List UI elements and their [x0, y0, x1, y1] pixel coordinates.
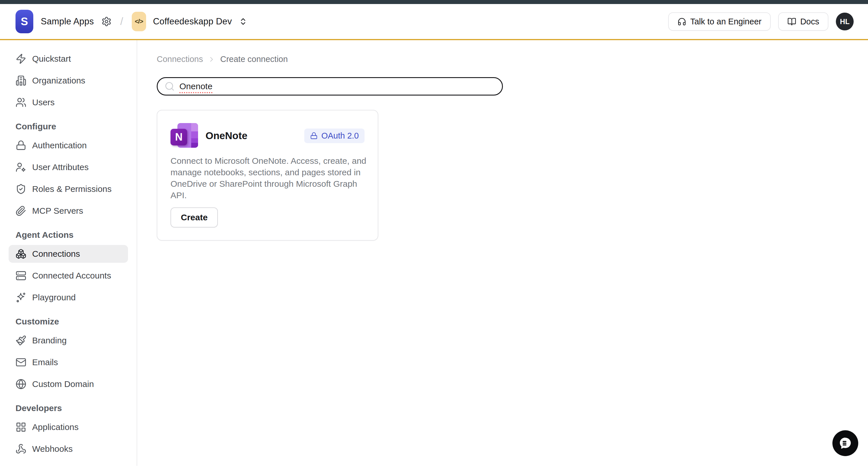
sidebar-item-emails[interactable]: Emails [9, 354, 128, 371]
sidebar-section-agent-actions: Agent Actions [16, 230, 128, 240]
environment-name: Coffeedeskapp Dev [153, 16, 232, 27]
shield-check-icon [16, 184, 26, 195]
path-divider: / [119, 15, 124, 28]
card-title: OneNote [206, 130, 247, 141]
lock-icon [310, 132, 318, 140]
sidebar-item-roles-permissions[interactable]: Roles & Permissions [9, 180, 128, 198]
sidebar-item-users[interactable]: Users [9, 94, 128, 111]
main-content: Connections Create connection Onenote N … [137, 40, 868, 466]
mail-icon [16, 357, 26, 368]
environment-selector[interactable]: </> Coffeedeskapp Dev [132, 12, 247, 31]
boxes-icon [16, 248, 26, 259]
card-description: Connect to Microsoft OneNote. Access, cr… [170, 155, 366, 201]
building-icon [16, 75, 26, 86]
workspace-switcher: S Sample Apps / </> Coffeedeskapp Dev [16, 10, 247, 33]
app-header: S Sample Apps / </> Coffeedeskapp Dev Ta… [0, 4, 868, 40]
sidebar-item-label: Roles & Permissions [32, 184, 112, 194]
sidebar-item-applications[interactable]: Applications [9, 418, 128, 436]
sidebar-item-playground[interactable]: Playground [9, 289, 128, 306]
sidebar: Quickstart Organizations Users Configure… [0, 40, 137, 466]
workspace-name[interactable]: Sample Apps [41, 16, 94, 27]
onenote-letter: N [170, 129, 187, 145]
onenote-logo: N [170, 123, 198, 148]
sidebar-item-user-attributes[interactable]: User Attributes [9, 158, 128, 176]
oauth-badge-label: OAuth 2.0 [321, 131, 359, 140]
sidebar-item-quickstart[interactable]: Quickstart [9, 50, 128, 68]
card-header: N OneNote OAuth 2.0 [170, 123, 365, 148]
search-input[interactable]: Onenote [157, 77, 503, 96]
paintbrush-icon [16, 335, 26, 346]
search-query-text: Onenote [179, 81, 212, 91]
zap-icon [16, 53, 26, 64]
sidebar-item-label: MCP Servers [32, 206, 83, 216]
headphones-icon [677, 17, 686, 26]
sidebar-item-label: Webhooks [32, 444, 73, 454]
sidebar-item-authentication[interactable]: Authentication [9, 137, 128, 154]
sidebar-section-configure: Configure [16, 122, 128, 131]
workspace-logo[interactable]: S [16, 10, 33, 33]
create-button[interactable]: Create [170, 207, 218, 228]
breadcrumb-create-connection: Create connection [220, 55, 288, 64]
sparkles-icon [16, 292, 26, 303]
talk-to-engineer-button[interactable]: Talk to an Engineer [668, 12, 771, 31]
docs-button[interactable]: Docs [778, 12, 828, 31]
sidebar-item-label: Playground [32, 293, 76, 302]
sidebar-item-mcp-servers[interactable]: MCP Servers [9, 202, 128, 220]
user-gear-icon [16, 162, 26, 173]
sidebar-item-label: Connections [32, 249, 80, 259]
connector-card-onenote: N OneNote OAuth 2.0 Connect to Microsoft… [157, 110, 378, 241]
breadcrumb: Connections Create connection [157, 55, 868, 64]
sidebar-item-label: Applications [32, 422, 79, 432]
lock-icon [16, 140, 26, 151]
sidebar-section-developers: Developers [16, 403, 128, 413]
sidebar-item-organizations[interactable]: Organizations [9, 72, 128, 90]
sidebar-item-label: Branding [32, 336, 67, 345]
os-top-strip [0, 0, 868, 4]
talk-to-engineer-label: Talk to an Engineer [690, 17, 762, 26]
breadcrumb-connections[interactable]: Connections [157, 55, 203, 64]
header-actions: Talk to an Engineer Docs HL [668, 12, 854, 31]
gear-icon[interactable] [101, 16, 112, 27]
sidebar-section-customize: Customize [16, 317, 128, 327]
sidebar-item-webhooks[interactable]: Webhooks [9, 440, 128, 458]
sidebar-item-label: Organizations [32, 76, 85, 86]
sidebar-item-label: Authentication [32, 140, 87, 150]
sidebar-item-branding[interactable]: Branding [9, 332, 128, 349]
webhook-icon [16, 443, 26, 455]
sidebar-item-label: Custom Domain [32, 379, 94, 389]
sidebar-item-label: Connected Accounts [32, 271, 111, 280]
oauth-badge: OAuth 2.0 [304, 129, 365, 143]
users-icon [16, 97, 26, 108]
chat-bubble-icon [838, 436, 853, 451]
docs-label: Docs [800, 17, 819, 26]
code-chip-icon: </> [132, 12, 146, 31]
sidebar-item-connected-accounts[interactable]: Connected Accounts [9, 267, 128, 285]
book-open-icon [787, 17, 796, 26]
server-icon [16, 270, 26, 281]
sidebar-item-label: User Attributes [32, 162, 89, 172]
chevrons-up-down-icon [239, 17, 247, 26]
sidebar-item-label: Quickstart [32, 54, 71, 64]
search-icon [164, 81, 175, 92]
user-avatar[interactable]: HL [836, 12, 854, 30]
sidebar-item-connections[interactable]: Connections [9, 245, 128, 263]
paperclip-icon [16, 205, 26, 216]
sidebar-item-label: Emails [32, 358, 58, 367]
chat-widget-button[interactable] [832, 430, 858, 456]
globe-icon [16, 379, 26, 390]
chevron-right-icon [208, 55, 216, 63]
sidebar-item-label: Users [32, 98, 55, 107]
sidebar-item-custom-domain[interactable]: Custom Domain [9, 375, 128, 393]
grid-icon [16, 422, 26, 433]
